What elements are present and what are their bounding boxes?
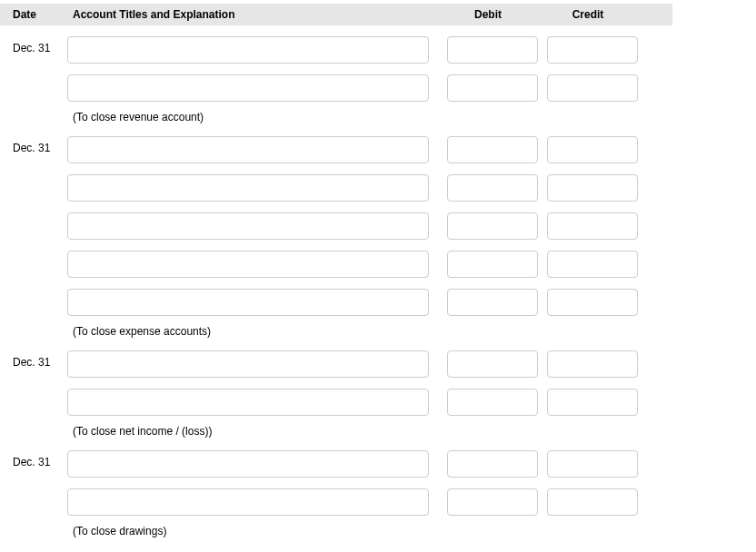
debit-input[interactable]	[447, 450, 538, 478]
account-input[interactable]	[67, 389, 429, 416]
journal-row: Dec. 31	[0, 36, 672, 64]
journal-row	[0, 389, 672, 416]
credit-input[interactable]	[547, 350, 638, 378]
debit-input[interactable]	[447, 174, 538, 202]
journal-table: Date Account Titles and Explanation Debi…	[0, 0, 672, 537]
debit-input[interactable]	[447, 136, 538, 163]
journal-entry: Dec. 31	[0, 125, 672, 338]
account-input[interactable]	[67, 350, 429, 378]
explanation-text: (To close drawings)	[0, 525, 672, 537]
journal-row	[0, 212, 672, 240]
journal-row: Dec. 31	[0, 450, 672, 478]
explanation-text: (To close revenue account)	[0, 111, 672, 123]
account-input[interactable]	[67, 174, 429, 202]
debit-input[interactable]	[447, 212, 538, 240]
debit-input[interactable]	[447, 251, 538, 278]
debit-input[interactable]	[447, 36, 538, 64]
header-date: Date	[13, 8, 67, 21]
account-input[interactable]	[67, 289, 429, 316]
credit-input[interactable]	[547, 212, 638, 240]
journal-entry: Dec. 31 (To close net income / (loss))	[0, 340, 672, 438]
credit-input[interactable]	[547, 36, 638, 64]
row-date: Dec. 31	[13, 450, 67, 468]
credit-input[interactable]	[547, 74, 638, 102]
header-debit: Debit	[438, 8, 538, 21]
row-date: Dec. 31	[13, 136, 67, 154]
credit-input[interactable]	[547, 289, 638, 316]
debit-input[interactable]	[447, 350, 538, 378]
journal-row	[0, 74, 672, 102]
account-input[interactable]	[67, 212, 429, 240]
credit-input[interactable]	[547, 389, 638, 416]
row-date: Dec. 31	[13, 350, 67, 369]
credit-input[interactable]	[547, 488, 638, 516]
explanation-text: (To close expense accounts)	[0, 325, 672, 338]
header-row: Date Account Titles and Explanation Debi…	[0, 4, 672, 25]
credit-input[interactable]	[547, 450, 638, 478]
journal-row: Dec. 31	[0, 136, 672, 163]
debit-input[interactable]	[447, 389, 538, 416]
journal-row: Dec. 31	[0, 350, 672, 378]
credit-input[interactable]	[547, 251, 638, 278]
journal-entry: Dec. 31 (To close drawings)	[0, 439, 672, 537]
account-input[interactable]	[67, 74, 429, 102]
row-date: Dec. 31	[13, 36, 67, 54]
journal-row	[0, 289, 672, 316]
account-input[interactable]	[67, 488, 429, 516]
journal-entry: Dec. 31 (To close revenue account)	[0, 25, 672, 123]
explanation-text: (To close net income / (loss))	[0, 425, 672, 438]
credit-input[interactable]	[547, 174, 638, 202]
debit-input[interactable]	[447, 74, 538, 102]
account-input[interactable]	[67, 251, 429, 278]
journal-row	[0, 174, 672, 202]
journal-row	[0, 251, 672, 278]
credit-input[interactable]	[547, 136, 638, 163]
header-account: Account Titles and Explanation	[67, 8, 438, 21]
header-credit: Credit	[538, 8, 638, 21]
debit-input[interactable]	[447, 289, 538, 316]
debit-input[interactable]	[447, 488, 538, 516]
account-input[interactable]	[67, 450, 429, 478]
journal-row	[0, 488, 672, 516]
account-input[interactable]	[67, 36, 429, 64]
account-input[interactable]	[67, 136, 429, 163]
